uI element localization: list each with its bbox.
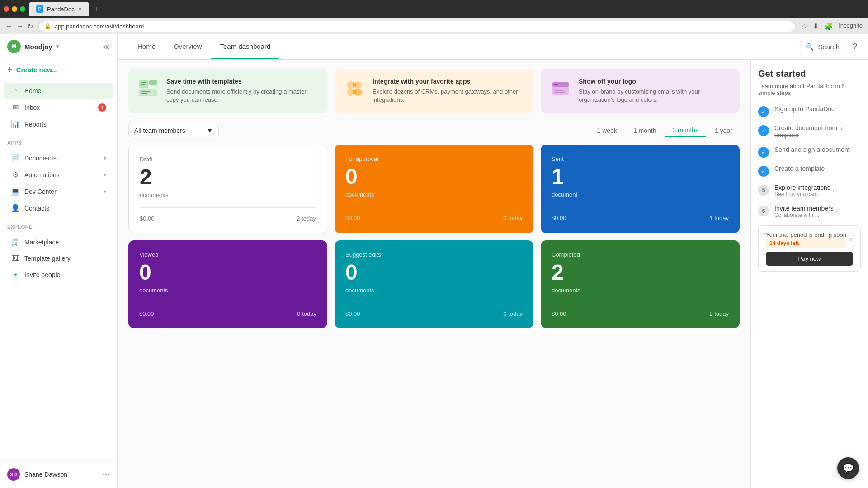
stat-card-approval[interactable]: For approval 0 documents $0.00 0 today [335, 145, 533, 233]
active-tab[interactable]: P PandaDoc × [29, 2, 89, 16]
browser-actions: ☆ ⬇ 🧩 Incognito [801, 22, 863, 31]
reload-button[interactable]: ↻ [27, 22, 33, 31]
sent-label: Sent [552, 155, 729, 162]
step-2-label: Create document from a template [774, 124, 861, 139]
sidebar-item-automations[interactable]: ⚙ Automations ▾ [4, 167, 113, 183]
workspace-selector[interactable]: M Moodjoy ▾ [7, 40, 59, 53]
suggest-footer: $0.00 0 today [345, 303, 523, 317]
step-5-link[interactable]: Explore integrations See how you can... … [774, 184, 834, 197]
sidebar-item-dev-center[interactable]: 💻 Dev Center ▾ [4, 183, 113, 199]
extensions-icon[interactable]: 🧩 [824, 22, 833, 31]
trial-row: Your trial period is ending soon 14 days… [766, 231, 853, 248]
sidebar-item-inbox[interactable]: ✉ Inbox 1 [4, 99, 113, 115]
tab-home[interactable]: Home [128, 34, 165, 59]
close-window-button[interactable] [4, 6, 9, 12]
integrations-card-desc: Explore dozens of CRMs, payment gateways… [373, 88, 524, 104]
stat-card-sent[interactable]: Sent 1 document $0.00 1 today [541, 145, 740, 233]
feature-cards: Save time with templates Send documents … [128, 69, 740, 113]
collapse-sidebar-button[interactable]: ≪ [102, 42, 110, 51]
tab-close-button[interactable]: × [78, 5, 82, 13]
filter-bar: All team members ▼ 1 week 1 month 3 mont… [128, 124, 740, 137]
stat-card-completed[interactable]: Completed 2 documents $0.00 2 today [541, 240, 740, 328]
templates-card-text: Save time with templates Send documents … [166, 78, 318, 104]
step-6-link[interactable]: Invite team members Collaborate with ...… [774, 205, 837, 218]
svg-rect-5 [141, 91, 150, 92]
help-button[interactable]: ? [853, 42, 857, 52]
time-filter-1week[interactable]: 1 week [590, 124, 624, 137]
sidebar-item-documents[interactable]: 📄 Documents ▾ [4, 150, 113, 166]
sidebar-item-home[interactable]: ⌂ Home [4, 83, 113, 99]
stat-card-suggest[interactable]: Suggest edits 0 documents $0.00 0 today [335, 240, 533, 328]
templates-card-title: Save time with templates [166, 78, 318, 85]
stat-card-viewed[interactable]: Viewed 0 documents $0.00 0 today [128, 240, 327, 328]
url-bar[interactable]: 🔒 app.pandadoc.com/a/#/dashboard [38, 21, 796, 32]
draft-number: 2 [140, 166, 316, 188]
search-icon: 🔍 [806, 43, 814, 51]
step-5[interactable]: 5 Explore integrations See how you can..… [758, 184, 861, 197]
trial-close-button[interactable]: × [849, 236, 853, 244]
documents-chevron-icon: ▾ [104, 155, 106, 161]
viewed-amount: $0.00 [139, 310, 154, 317]
templates-card-desc: Send documents more efficiently by creat… [166, 88, 318, 104]
tab-favicon: P [36, 5, 43, 13]
team-filter-arrow-icon: ▼ [207, 127, 213, 134]
sidebar-item-contacts[interactable]: 👤 Contacts [4, 200, 113, 216]
browser-chrome: P PandaDoc × + [0, 0, 868, 18]
stat-card-draft[interactable]: Draft 2 documents $0.00 2 today [128, 145, 327, 233]
svg-rect-6 [141, 93, 147, 94]
sidebar-item-marketplace[interactable]: 🛒 Marketplace [4, 234, 113, 250]
time-filter-1year[interactable]: 1 year [708, 124, 740, 137]
draft-label: Draft [140, 156, 316, 163]
svg-rect-4 [139, 89, 157, 96]
team-member-filter[interactable]: All team members ▼ [128, 124, 219, 137]
dev-center-chevron-icon: ▾ [104, 188, 106, 195]
dev-center-icon: 💻 [11, 187, 20, 196]
svg-rect-11 [353, 83, 356, 87]
svg-rect-18 [554, 92, 565, 93]
svg-rect-16 [554, 89, 567, 89]
sidebar-item-template-gallery[interactable]: 🖼 Template gallery [4, 251, 113, 266]
step-6[interactable]: 6 Invite team members Collaborate with .… [758, 205, 861, 218]
feature-card-templates: Save time with templates Send documents … [128, 69, 327, 113]
sidebar-item-invite-people[interactable]: + Invite people [4, 267, 113, 282]
chat-button[interactable]: 💬 [837, 457, 859, 479]
viewed-docs-label: documents [139, 287, 316, 294]
inbox-icon: ✉ [11, 103, 20, 112]
viewed-today: 0 today [297, 310, 316, 317]
completed-label: Completed [552, 251, 729, 258]
create-new-button[interactable]: + Create new... [0, 59, 117, 80]
draft-amount: $0.00 [140, 215, 155, 222]
download-icon[interactable]: ⬇ [813, 22, 819, 31]
sidebar-item-reports[interactable]: 📊 Reports [4, 116, 113, 132]
search-button[interactable]: 🔍 Search [800, 40, 845, 54]
time-filter-group: 1 week 1 month 3 months 1 year [590, 124, 740, 137]
trial-notification: Your trial period is ending soon 14 days… [758, 225, 861, 272]
workspace-chevron-icon: ▾ [56, 43, 59, 50]
maximize-window-button[interactable] [20, 6, 25, 12]
integrations-card-title: Integrate with your favorite apps [373, 78, 524, 85]
step-4-label: Create a template [774, 165, 825, 172]
time-filter-1month[interactable]: 1 month [626, 124, 664, 137]
user-more-button[interactable]: ••• [102, 470, 110, 479]
bookmark-icon[interactable]: ☆ [801, 22, 807, 31]
time-filter-3months[interactable]: 3 months [665, 124, 706, 137]
apps-section-label: APPS [0, 135, 117, 147]
new-tab-button[interactable]: + [91, 5, 103, 14]
right-panel: Get started Learn more about PandaDoc in… [750, 60, 868, 488]
back-button[interactable]: ← [5, 22, 13, 31]
minimize-window-button[interactable] [12, 6, 17, 12]
forward-button[interactable]: → [16, 22, 24, 31]
pay-now-button[interactable]: Pay now [766, 252, 853, 266]
sidebar-item-automations-label: Automations [24, 171, 60, 178]
search-label: Search [818, 43, 840, 51]
tab-team-dashboard[interactable]: Team dashboard [211, 34, 280, 59]
tab-bar: P PandaDoc × + [29, 2, 864, 16]
sidebar-bottom: SD Shane Dawson ••• [0, 460, 117, 488]
suggest-docs-label: documents [345, 287, 523, 294]
approval-docs-label: documents [345, 191, 523, 198]
tab-overview-label: Overview [174, 42, 202, 50]
user-profile-item[interactable]: SD Shane Dawson ••• [0, 465, 117, 484]
tab-overview[interactable]: Overview [165, 34, 211, 59]
step-6-content: Invite team members Collaborate with ...… [774, 205, 837, 218]
app-container: M Moodjoy ▾ ≪ + Create new... ⌂ Home ✉ I… [0, 34, 868, 488]
